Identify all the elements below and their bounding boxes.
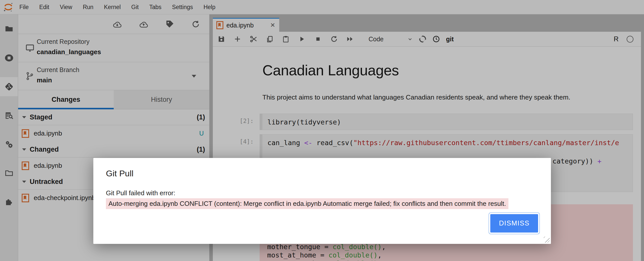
dialog-error-text: Auto-merging eda.ipynb CONFLICT (content… (106, 198, 508, 209)
dialog-message: Git Pull failed with error: (106, 189, 175, 197)
git-pull-dialog: Git Pull Git Pull failed with error: Aut… (93, 158, 551, 244)
jupyterlab-window: File Edit View Run Kernel Git Tabs Setti… (0, 0, 644, 261)
dialog-title: Git Pull (106, 169, 134, 178)
dialog-resize-handle-icon[interactable] (544, 237, 550, 243)
dismiss-button[interactable]: DISMISS (490, 214, 538, 233)
